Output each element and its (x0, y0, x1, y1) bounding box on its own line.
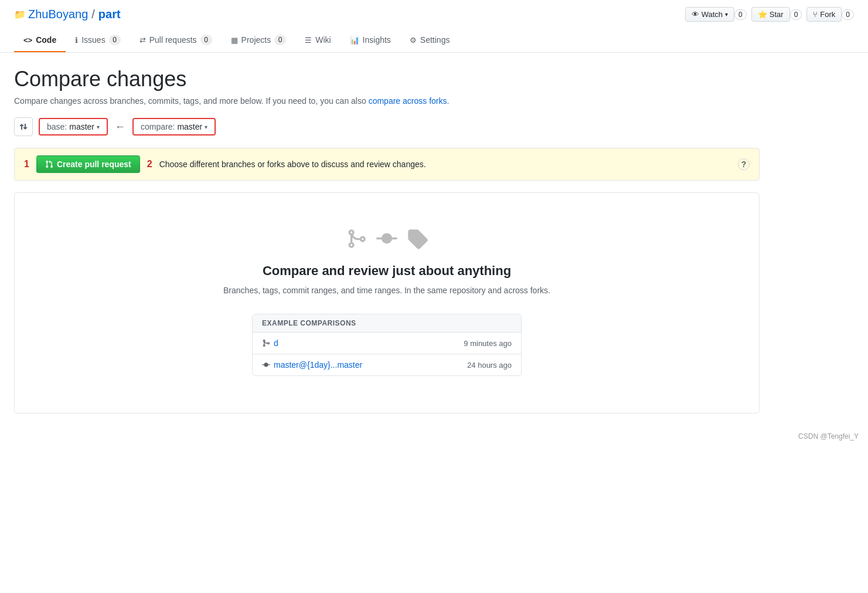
pr-badge: 0 (200, 35, 212, 45)
example-branch-icon-1 (262, 339, 270, 347)
create-pr-label: Create pull request (57, 160, 131, 169)
watch-button[interactable]: 👁 Watch ▾ (685, 7, 734, 22)
swap-icon (19, 122, 28, 131)
example-comparisons-table: EXAMPLE COMPARISONS d 9 minutes ago mast… (252, 314, 522, 376)
compare-label: compare: (141, 122, 175, 131)
swap-button[interactable] (14, 117, 33, 136)
tab-pr-label: Pull requests (149, 35, 197, 45)
info-banner: 1 Create pull request 2 Choose different… (14, 148, 760, 181)
base-chevron-icon: ▾ (97, 124, 100, 130)
example-table-header: EXAMPLE COMPARISONS (253, 314, 521, 333)
annotation-2: 2 (147, 159, 152, 170)
settings-icon: ⚙ (410, 36, 417, 45)
compare-empty-subtitle: Branches, tags, commit ranges, and time … (38, 286, 736, 295)
page-title: Compare changes (14, 67, 760, 92)
tab-issues[interactable]: ℹ Issues 0 (66, 29, 130, 52)
example-row-1: d 9 minutes ago (253, 333, 521, 354)
nav-tabs: <> Code ℹ Issues 0 ⇄ Pull requests 0 ▦ P… (0, 29, 868, 53)
repo-name-link[interactable]: part (98, 8, 121, 21)
subtitle-text: Compare changes across branches, commits… (14, 96, 366, 106)
repo-title: 📁 ZhuBoyang / part (14, 8, 121, 21)
repo-separator: / (91, 8, 95, 21)
watch-count: 0 (734, 9, 747, 20)
example-row-2: master@{1day}...master 24 hours ago (253, 354, 521, 375)
compare-empty-title: Compare and review just about anything (38, 263, 736, 279)
eye-icon: 👁 (692, 10, 699, 19)
example-time-2: 24 hours ago (467, 361, 512, 370)
fork-button[interactable]: ⑂ Fork (806, 7, 842, 22)
compare-select-button[interactable]: compare: master ▾ (134, 119, 215, 134)
tab-wiki-label: Wiki (315, 35, 331, 45)
tab-insights-label: Insights (363, 35, 391, 45)
tab-settings-label: Settings (420, 35, 450, 45)
tab-projects-label: Projects (241, 35, 271, 45)
tab-wiki[interactable]: ☰ Wiki (295, 29, 340, 52)
code-icon: <> (23, 36, 32, 45)
compare-icons (38, 228, 736, 249)
base-select-wrapper: base: master ▾ (39, 118, 108, 135)
compare-forks-link[interactable]: compare across forks (369, 96, 447, 106)
star-count: 0 (790, 9, 802, 20)
compare-empty-area: Compare and review just about anything B… (14, 192, 760, 414)
info-banner-left: 1 Create pull request 2 Choose different… (24, 155, 426, 173)
compare-value: master (177, 122, 202, 131)
base-label: base: (47, 122, 67, 131)
issues-icon: ℹ (75, 36, 78, 45)
watch-label: Watch (702, 10, 723, 19)
repo-owner-link[interactable]: ZhuBoyang (28, 8, 88, 21)
wiki-icon: ☰ (305, 36, 312, 45)
commit-icon (376, 228, 397, 249)
pr-icon: ⇄ (139, 36, 146, 45)
tab-code-label: Code (36, 35, 56, 45)
chevron-icon: ▾ (725, 11, 728, 18)
page-subtitle: Compare changes across branches, commits… (14, 96, 760, 106)
tab-pull-requests[interactable]: ⇄ Pull requests 0 (130, 29, 222, 52)
example-link-1[interactable]: d (274, 338, 278, 348)
tab-projects[interactable]: ▦ Projects 0 (222, 29, 296, 52)
create-pull-request-button[interactable]: Create pull request (36, 155, 140, 173)
star-icon: ⭐ (758, 10, 767, 19)
projects-badge: 0 (274, 35, 286, 45)
annotation-1: 1 (24, 159, 29, 170)
fork-label: Fork (820, 10, 835, 19)
example-row-2-left: master@{1day}...master (262, 360, 362, 370)
tab-settings[interactable]: ⚙ Settings (400, 29, 459, 52)
issues-badge: 0 (109, 35, 121, 45)
tag-icon (407, 228, 428, 249)
repo-actions: 👁 Watch ▾ 0 ⭐ Star 0 ⑂ Fork 0 (685, 7, 854, 22)
example-link-2[interactable]: master@{1day}...master (274, 360, 362, 370)
tab-issues-label: Issues (81, 35, 105, 45)
compare-arrow-icon: ← (115, 121, 125, 133)
example-time-1: 9 minutes ago (464, 339, 512, 348)
tab-insights[interactable]: 📊 Insights (341, 29, 400, 52)
main-content: Compare changes Compare changes across b… (0, 53, 774, 428)
banner-message: Choose different branches or forks above… (159, 160, 426, 169)
compare-controls: base: master ▾ ← compare: master ▾ (14, 117, 760, 136)
pr-create-icon (45, 160, 53, 168)
tab-code[interactable]: <> Code (14, 29, 66, 52)
repo-header: 📁 ZhuBoyang / part 👁 Watch ▾ 0 ⭐ Star 0 … (0, 0, 868, 29)
compare-chevron-icon: ▾ (205, 124, 207, 130)
repo-folder-icon: 📁 (14, 9, 26, 20)
base-select-button[interactable]: base: master ▾ (40, 119, 107, 134)
watermark: CSDN @Tengfei_Y (0, 428, 868, 445)
watermark-text: CSDN @Tengfei_Y (798, 432, 859, 440)
compare-select-wrapper: compare: master ▾ (132, 118, 216, 135)
base-value: master (69, 122, 94, 131)
branch-icon (346, 228, 367, 249)
fork-icon: ⑂ (813, 10, 818, 19)
insights-icon: 📊 (350, 36, 359, 45)
example-commit-icon-2 (262, 361, 270, 369)
fork-count: 0 (842, 9, 854, 20)
example-row-1-left: d (262, 338, 278, 348)
projects-icon: ▦ (231, 36, 238, 45)
star-label: Star (770, 10, 784, 19)
help-icon[interactable]: ? (738, 158, 750, 170)
star-button[interactable]: ⭐ Star (751, 7, 790, 22)
